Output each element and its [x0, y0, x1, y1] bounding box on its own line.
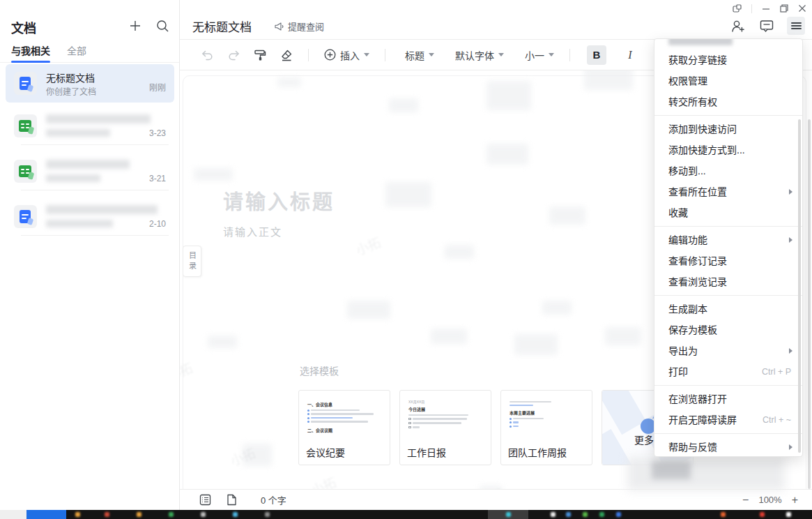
- redacted-subtitle: [46, 174, 100, 182]
- menu-item-accessibility-reader[interactable]: 开启无障碍读屏Ctrl + ~: [654, 409, 802, 430]
- spreadsheet-icon: [14, 160, 37, 183]
- list-item-redacted-2[interactable]: 3-21: [6, 152, 174, 190]
- template-preview: 本周主要进展: [510, 399, 583, 429]
- list-item-time: 3-23: [149, 128, 166, 138]
- italic-button[interactable]: I: [620, 45, 640, 65]
- submenu-arrow-icon: [789, 189, 792, 195]
- document-title[interactable]: 无标题文档: [192, 17, 252, 35]
- menu-item-edit-features[interactable]: 编辑功能: [654, 230, 802, 250]
- menu-item-open-in-browser[interactable]: 在浏览器打开: [654, 389, 802, 409]
- plus-icon: [128, 18, 143, 33]
- template-title: 团队工作周报: [508, 445, 567, 459]
- megaphone-icon: [274, 22, 284, 31]
- list-item-redacted-1[interactable]: 3-23: [6, 107, 174, 145]
- template-card-meeting-notes[interactable]: 一、会议信息 二、会议议题 会议纪要: [298, 390, 390, 465]
- tab-related-to-me[interactable]: 与我相关: [11, 43, 50, 57]
- redo-button[interactable]: [223, 45, 244, 65]
- insert-plus-icon: [324, 49, 336, 61]
- search-button[interactable]: [155, 18, 170, 33]
- template-preview: 一、会议信息 二、会议议题: [307, 399, 381, 435]
- redacted-title: [46, 205, 158, 214]
- menu-item-view-revision-history[interactable]: 查看修订记录: [654, 250, 802, 271]
- menu-item-move-to[interactable]: 移动到...: [654, 160, 802, 181]
- page-view-button[interactable]: [227, 494, 237, 506]
- menu-item-create-copy[interactable]: 生成副本: [654, 299, 802, 319]
- redacted-subtitle: [46, 129, 110, 137]
- menu-item-favorite[interactable]: 收藏: [654, 202, 802, 223]
- undo-icon: [201, 50, 214, 61]
- title-placeholder[interactable]: 请输入标题: [223, 186, 335, 215]
- caret-down-icon: [429, 53, 434, 57]
- body-placeholder[interactable]: 请输入正文: [223, 224, 282, 239]
- menu-divider: [654, 433, 802, 434]
- font-family-label: 默认字体: [455, 48, 494, 62]
- menu-item-save-as-template[interactable]: 保存为模板: [654, 319, 802, 340]
- menu-item-export-as[interactable]: 导出为: [654, 340, 802, 361]
- font-size-dropdown[interactable]: 小一: [521, 45, 558, 65]
- template-preview: XX月XX日 今日进展: [408, 399, 482, 430]
- comment-icon: [760, 20, 774, 33]
- caret-down-icon: [498, 53, 504, 57]
- format-painter-button[interactable]: [250, 45, 270, 65]
- float-window-icon[interactable]: [733, 4, 742, 13]
- caret-down-icon: [549, 53, 554, 57]
- menu-item-add-quick-access[interactable]: 添加到快速访问: [654, 119, 802, 140]
- minimize-icon[interactable]: [762, 4, 770, 13]
- undo-button[interactable]: [197, 45, 217, 65]
- new-document-button[interactable]: [128, 18, 143, 33]
- font-family-dropdown[interactable]: 默认字体: [451, 45, 508, 65]
- template-card-weekly-report[interactable]: 本周主要进展 团队工作周报: [500, 390, 592, 465]
- windows-taskbar[interactable]: [0, 510, 812, 519]
- list-item-redacted-3[interactable]: 2-10: [6, 197, 174, 236]
- toc-tab[interactable]: 目录: [183, 246, 201, 277]
- zoom-out-button[interactable]: −: [742, 494, 749, 506]
- taskbar-active-app[interactable]: [26, 510, 66, 519]
- menu-item-help-feedback[interactable]: 帮助与反馈: [654, 437, 802, 457]
- maximize-icon[interactable]: [780, 4, 788, 13]
- submenu-arrow-icon: [789, 444, 792, 450]
- menu-item-view-location[interactable]: 查看所在位置: [654, 181, 802, 202]
- insert-dropdown[interactable]: 插入: [320, 45, 374, 65]
- tab-all[interactable]: 全部: [67, 43, 86, 57]
- menu-item-get-share-link[interactable]: 获取分享链接: [654, 50, 802, 70]
- bold-button[interactable]: B: [587, 45, 606, 65]
- zoom-level: 100%: [758, 495, 781, 505]
- list-item-untitled-doc[interactable]: 无标题文档 你创建了文档 刚刚: [6, 64, 174, 103]
- more-options-menu: 获取分享链接 权限管理 转交所有权 添加到快速访问 添加快捷方式到... 移动到…: [654, 38, 803, 457]
- document-list: 无标题文档 你创建了文档 刚刚 3-23 3-21: [0, 64, 180, 236]
- outline-icon: [199, 494, 211, 506]
- redo-icon: [227, 50, 240, 61]
- comments-button[interactable]: [758, 17, 776, 35]
- template-card-daily-report[interactable]: XX月XX日 今日进展 工作日报: [399, 390, 491, 465]
- paragraph-style-dropdown[interactable]: 标题: [401, 45, 438, 65]
- status-bar: 0 个字 − 100% +: [180, 489, 812, 510]
- list-item-subtitle: 你创建了文档: [46, 85, 96, 97]
- list-item-time: 2-10: [149, 219, 166, 229]
- menu-item-view-browse-history[interactable]: 查看浏览记录: [654, 271, 802, 292]
- list-item-time: 3-21: [149, 174, 166, 183]
- list-item-title: 无标题文档: [46, 70, 95, 84]
- add-collaborator-button[interactable]: [728, 17, 746, 35]
- menu-item-add-shortcut-to[interactable]: 添加快捷方式到...: [654, 140, 802, 160]
- font-size-label: 小一: [525, 48, 544, 62]
- menu-scrollbar[interactable]: [798, 119, 801, 453]
- add-collaborator-icon: [730, 20, 745, 33]
- menu-item-permission-management[interactable]: 权限管理: [654, 70, 802, 91]
- editor-scrollbar[interactable]: [808, 119, 811, 489]
- close-icon[interactable]: [798, 4, 806, 13]
- zoom-in-button[interactable]: +: [792, 494, 798, 506]
- header-actions: [728, 17, 805, 35]
- menu-item-print[interactable]: 打印Ctrl + P: [654, 361, 802, 382]
- clear-format-button[interactable]: [276, 45, 297, 65]
- menu-icon: [791, 21, 802, 31]
- outline-toggle-button[interactable]: [199, 494, 211, 506]
- window-controls: [733, 3, 806, 14]
- remind-review-button[interactable]: 提醒查阅: [274, 20, 324, 33]
- document-header: 无标题文档 提醒查阅: [180, 0, 812, 40]
- menu-item-redacted[interactable]: [654, 39, 802, 50]
- toc-label: 目录: [187, 251, 198, 272]
- page-icon: [227, 494, 237, 506]
- menu-item-transfer-ownership[interactable]: 转交所有权: [654, 91, 802, 112]
- sidebar: 文档 与我相关 全部 无标题文档 你创建了文档: [0, 0, 180, 510]
- more-menu-button[interactable]: [787, 17, 805, 35]
